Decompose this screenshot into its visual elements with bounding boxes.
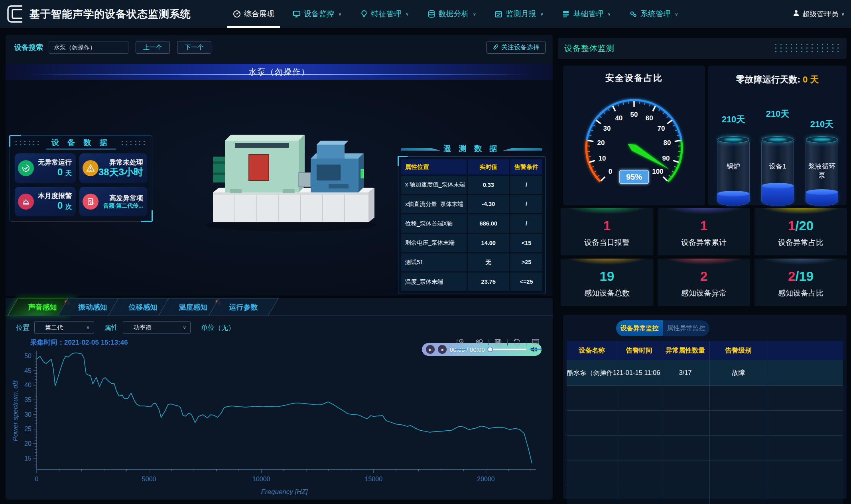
- alarm-tab-1[interactable]: 设备异常监控: [616, 320, 663, 336]
- user-menu[interactable]: 超级管理员 ∨: [793, 0, 845, 28]
- chevron-down-icon: ∨: [86, 325, 90, 330]
- zoom-select-icon[interactable]: [455, 337, 466, 347]
- cylinder-device-name: 浆液循环泵: [806, 162, 838, 180]
- nav-item-4[interactable]: 数据分析∨: [427, 0, 477, 28]
- cell: [767, 486, 843, 504]
- attribute-label: 属性: [104, 323, 118, 332]
- svg-text:10000: 10000: [252, 476, 270, 482]
- device-data-card-1: 无异常运行0 天: [15, 153, 76, 183]
- save-image-icon[interactable]: [493, 337, 503, 347]
- machine-3d-model[interactable]: [197, 117, 384, 236]
- restore-icon[interactable]: [512, 337, 522, 347]
- chart-header: 采集时间：2021-02-05 15:13:46: [6, 337, 553, 349]
- telemetry-row: 温度_泵体末端23.75<=25: [401, 273, 542, 291]
- cell: [661, 386, 710, 410]
- data-view-icon[interactable]: [530, 337, 541, 347]
- sensing-panel: 声音感知振动感知位移感知温度感知运行参数 位置 第二代∨ 属性 功率谱∨ 单位（…: [6, 298, 553, 500]
- cell: [617, 386, 661, 410]
- position-select[interactable]: 第二代∨: [34, 321, 94, 334]
- telemetry-table-wrap: 属性位置实时值告警条件 x 轴加速度值_泵体末端0.33/x轴直流分量_泵体末端…: [398, 156, 546, 294]
- chevron-down-icon: ∨: [675, 11, 678, 17]
- spectrum-chart[interactable]: 050001000015000200001520253035404550Freq…: [11, 349, 546, 497]
- alarm-table-header: 设备名称告警时间异常属性数量告警级别: [567, 341, 843, 360]
- device-data-cards: 无异常运行0 天异常未处理38天3小时本月度报警0 次高发异常项音频-第二代传.…: [15, 153, 147, 216]
- telemetry-row: 位移_泵体首端X轴686.00/: [401, 214, 542, 233]
- nav-item-3[interactable]: 特征管理∨: [360, 0, 409, 28]
- alarm-table-row[interactable]: 云酷水泵（勿操作1）2021-01-15 11:06:523/17故障: [567, 360, 843, 385]
- cell: 故障: [710, 360, 767, 385]
- wing-decoration: [401, 147, 441, 151]
- prev-device-button[interactable]: 上一个: [136, 41, 170, 54]
- svg-text:20: 20: [24, 440, 32, 447]
- stat-value: 1/20: [754, 218, 847, 233]
- nav-item-1[interactable]: 综合展现: [233, 0, 274, 28]
- overview-title: 设备整体监测: [564, 43, 615, 54]
- attribute-select[interactable]: 功率谱∨: [123, 321, 191, 334]
- chevron-down-icon: ∨: [406, 11, 409, 17]
- safety-gauge: 010203040506070809010095%: [563, 84, 705, 204]
- toolbar-separator: [470, 339, 470, 345]
- stat-label: 感知设备总数: [561, 288, 653, 298]
- overview-header: 设备整体监测: [558, 38, 847, 59]
- cell: 设备名称: [567, 341, 617, 360]
- user-name: 超级管理员: [802, 9, 838, 19]
- warning-triangle-icon: [83, 160, 98, 176]
- cell: [661, 411, 710, 435]
- nav-item-5[interactable]: 监测月报∨: [494, 0, 544, 28]
- sensing-tabs: 声音感知振动感知位移感知温度感知运行参数: [13, 298, 264, 316]
- svg-text:10: 10: [599, 155, 606, 162]
- nav-item-2[interactable]: 设备监控∨: [293, 0, 342, 28]
- telemetry-row: x 轴加速度值_泵体末端0.33/: [401, 176, 542, 194]
- telemetry-row: x轴直流分量_泵体末端-4.30/: [401, 195, 542, 214]
- device-title-banner: 水泵（勿操作）: [6, 64, 553, 80]
- toolbar-separator: [507, 339, 508, 345]
- device-viewer-panel: 设备搜索 水泵（勿操作） 上一个 下一个 关注设备选择 水泵（勿操作）: [6, 35, 553, 296]
- device-cylinder-1: 210天锅炉: [717, 137, 750, 206]
- nav-item-6[interactable]: 基础管理∨: [562, 0, 611, 28]
- cell: 异常属性数量: [661, 341, 710, 360]
- alarm-tab-2[interactable]: 属性异常监控: [663, 320, 709, 336]
- zero-fault-value: 0 天: [803, 75, 819, 84]
- collect-time: 采集时间：2021-02-05 15:13:46: [30, 338, 128, 347]
- alarm-icon: [18, 194, 34, 210]
- svg-text:30: 30: [24, 411, 32, 418]
- cylinder-top: [806, 136, 838, 143]
- top-nav: 基于智能声学的设备状态监测系统 综合展现设备监控∨特征管理∨数据分析∨监测月报∨…: [0, 0, 851, 28]
- zoom-reset-icon[interactable]: [474, 337, 485, 347]
- svg-text:50: 50: [630, 111, 638, 118]
- focus-device-select-button[interactable]: 关注设备选择: [487, 41, 546, 54]
- cell: [710, 461, 767, 486]
- bulb-icon: [360, 10, 368, 18]
- cell: [661, 461, 710, 486]
- gears-icon: [629, 10, 637, 18]
- alarm-table: 设备名称告警时间异常属性数量告警级别云酷水泵（勿操作1）2021-01-15 1…: [567, 341, 843, 495]
- cell: 告警级别: [710, 341, 767, 360]
- cell: [710, 486, 767, 504]
- tabs-divider: [6, 316, 553, 316]
- check-circle-icon: [18, 160, 34, 176]
- page-title: 基于智能声学的设备状态监测系统: [30, 7, 191, 21]
- nav-item-7[interactable]: 系统管理∨: [629, 0, 678, 28]
- zero-fault-title: 零故障运行天数:0 天: [708, 74, 847, 86]
- next-device-button[interactable]: 下一个: [177, 41, 211, 54]
- telemetry-title: 遥 测 数 据: [444, 143, 500, 154]
- report-icon: [83, 194, 98, 210]
- chart-controls: 位置 第二代∨ 属性 功率谱∨ 单位（无） ▶ ■ 00:00 / 00:00: [6, 320, 553, 335]
- alarm-tabs: 设备异常监控属性异常监控: [616, 320, 709, 336]
- stat-label: 感知设备异常: [658, 288, 750, 298]
- svg-text:45: 45: [24, 367, 32, 374]
- cell: [710, 411, 767, 435]
- svg-text:100: 100: [652, 168, 663, 175]
- server-icon: [562, 10, 570, 18]
- cell: [767, 411, 843, 435]
- device-search-input[interactable]: 水泵（勿操作）: [49, 41, 128, 54]
- stat-value: 1: [561, 218, 653, 233]
- position-label: 位置: [16, 323, 30, 332]
- svg-text:25: 25: [24, 426, 32, 432]
- chevron-down-icon: ∨: [607, 11, 611, 17]
- cylinder-device-name: 锅炉: [717, 162, 750, 171]
- stat-label: 设备当日报警: [561, 237, 653, 248]
- tab-5[interactable]: 运行参数: [209, 298, 278, 316]
- cell: [767, 461, 843, 486]
- device-cylinder-2: 210天设备1: [761, 137, 794, 206]
